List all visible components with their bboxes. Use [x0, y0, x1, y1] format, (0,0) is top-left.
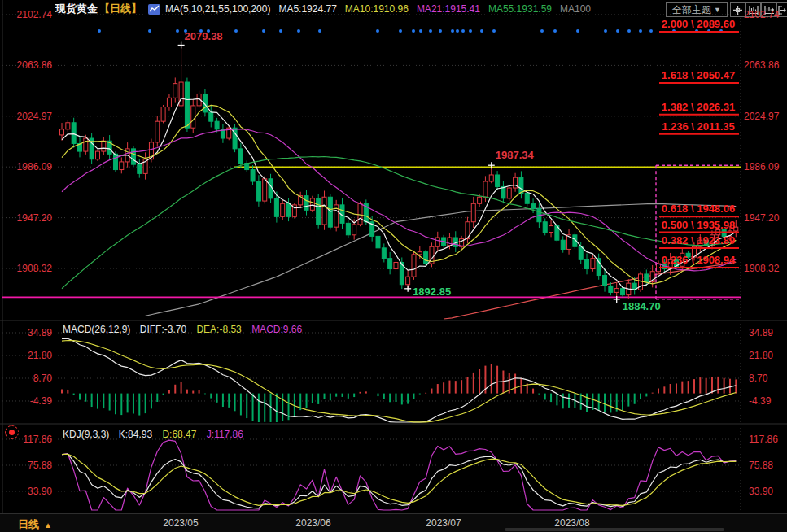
kdj-axis-label-right: 75.88: [749, 460, 773, 471]
macd-axis-label-right: 21.80: [749, 350, 773, 361]
period-tab-daily[interactable]: 日线▲: [13, 517, 57, 532]
price-annotation: 2079.38: [185, 30, 223, 42]
macd-panel-header: MACD(26,12,9) DIFF:-3.70 DEA:-8.53 MACD:…: [63, 324, 302, 335]
event-dot: [148, 29, 151, 33]
event-dot: [461, 29, 465, 33]
kdj-title: KDJ(9,3,3): [63, 429, 109, 440]
triangle-up-icon: ▲: [44, 521, 52, 530]
symbol-title: 现货黄金: [55, 2, 98, 16]
event-dot: [318, 29, 321, 33]
price-annotation: 1892.85: [413, 286, 451, 298]
price-annotation: 1884.70: [623, 300, 661, 312]
ma-value: MA5:1924.77: [278, 3, 336, 15]
event-dot: [429, 29, 432, 33]
event-dot: [98, 29, 101, 33]
kdj-layer: [62, 440, 736, 510]
horizontal-scrollbar[interactable]: [505, 528, 724, 531]
ma-value: MA10:1910.96: [345, 3, 409, 15]
event-dot: [492, 29, 496, 33]
kdj-d-value: D:68.47: [162, 429, 196, 440]
event-dot: [262, 29, 265, 33]
event-dot: [616, 29, 619, 33]
macd-diff-value: DIFF:-3.70: [140, 324, 186, 335]
event-dot: [480, 29, 483, 33]
date-axis-label: 2023/07: [426, 517, 461, 529]
macd-title: MACD(26,12,9): [63, 324, 130, 335]
event-dot: [604, 29, 607, 33]
moving-averages-layer: [62, 98, 736, 290]
macd-axis-label-right: -4.39: [749, 395, 771, 407]
candlestick-chart-icon[interactable]: [148, 4, 160, 15]
event-dot: [176, 29, 179, 33]
macd-axis-label-left: 8.70: [2, 373, 52, 384]
event-dot: [419, 29, 422, 33]
macd-dea-value: DEA:-8.53: [196, 324, 241, 335]
trading-app-window: 现货黄金 【日线】 MA(5,10,21,55,100,200) MA5:192…: [0, 0, 787, 532]
fib-level-label: 0.500 \ 1935.98: [641, 219, 755, 231]
kdj-axis-label-right: 117.86: [749, 434, 778, 445]
kdj-axis-label-right: 33.90: [749, 486, 773, 497]
ma-settings-label: MA(5,10,21,55,100,200): [165, 3, 270, 15]
fib-level-label: 0.236 \ 1908.94: [641, 254, 755, 266]
candlesticks-layer: [60, 45, 738, 299]
date-axis-label: 2023/06: [295, 517, 330, 529]
price-axis-label-left: 1947.20: [2, 212, 52, 224]
ma5-line: [62, 98, 736, 290]
event-dot: [469, 29, 472, 33]
macd-dea-line: [62, 341, 736, 422]
event-dot: [540, 29, 544, 33]
ma-value: MA55:1931.59: [488, 3, 552, 15]
price-axis-label-left: 2063.86: [2, 59, 52, 71]
price-axis-label-left: 2024.97: [2, 111, 52, 122]
ma10-line: [62, 105, 736, 283]
fib-level-label: 1.382 \ 2026.31: [641, 101, 755, 113]
period-tag: 【日线】: [99, 2, 142, 16]
macd-axis-label-right: 34.89: [749, 327, 773, 338]
price-axis-label-right: 1986.09: [744, 161, 779, 172]
kdj-j-value: J:117.86: [207, 429, 243, 440]
kdj-j-line: [62, 440, 736, 510]
macd-axis-label-right: 8.70: [749, 373, 767, 384]
period-tab-label: 日线: [18, 518, 39, 530]
event-dot: [627, 29, 631, 33]
macd-axis-label-left: 34.89: [2, 327, 52, 338]
macd-axis-label-left: -4.39: [2, 395, 52, 407]
kdj-k-value: K:84.93: [119, 429, 152, 440]
event-dot: [439, 29, 442, 33]
fib-level-label: 1.236 \ 2011.35: [641, 120, 755, 133]
date-axis-label: 2023/05: [163, 517, 198, 529]
macd-layer: [62, 338, 736, 422]
ma-values-group: MA5:1924.77MA10:1910.96MA21:1915.41MA55:…: [270, 3, 591, 15]
price-axis-label-left: 1986.09: [2, 161, 52, 172]
event-dot: [451, 29, 454, 33]
ma-value: MA21:1915.41: [417, 3, 480, 15]
event-dot: [399, 29, 402, 33]
fib-level-label: 2.000 \ 2089.60: [641, 18, 755, 30]
event-dot: [234, 29, 238, 33]
kdj-k-line: [62, 454, 736, 508]
macd-diff-line: [62, 338, 736, 422]
macd-axis-label-left: 21.80: [2, 350, 52, 361]
price-annotation: 1987.34: [496, 149, 534, 161]
date-axis-label: 2023/08: [554, 517, 589, 529]
event-dot: [279, 29, 282, 33]
chart-header-bar: 现货黄金 【日线】 MA(5,10,21,55,100,200) MA5:192…: [0, 0, 787, 18]
event-dot: [576, 29, 579, 33]
kdj-axis-label-left: 75.88: [2, 460, 52, 471]
ma-value: MA100: [560, 3, 591, 15]
event-dot: [412, 29, 415, 33]
event-dot: [553, 29, 557, 33]
kdj-axis-label-left: 117.86: [2, 434, 52, 445]
divider: [98, 514, 98, 532]
fib-level-label: 1.618 \ 2050.47: [641, 69, 755, 81]
fib-level-label: 0.618 \ 1948.06: [641, 203, 755, 215]
kdj-panel-header: KDJ(9,3,3) K:84.93 D:68.47 J:117.86: [63, 429, 243, 440]
kdj-axis-label-left: 33.90: [2, 486, 52, 497]
event-dot: [376, 29, 379, 33]
macd-macd-value: MACD:9.66: [251, 324, 302, 335]
price-marker-crosses: [178, 41, 620, 302]
price-axis-label-left: 1908.32: [2, 263, 52, 274]
event-dot: [456, 29, 459, 33]
fib-level-label: 0.382 \ 1923.89: [641, 234, 755, 246]
bottom-bar: 日线▲ 2023/052023/062023/072023/08: [0, 513, 787, 532]
